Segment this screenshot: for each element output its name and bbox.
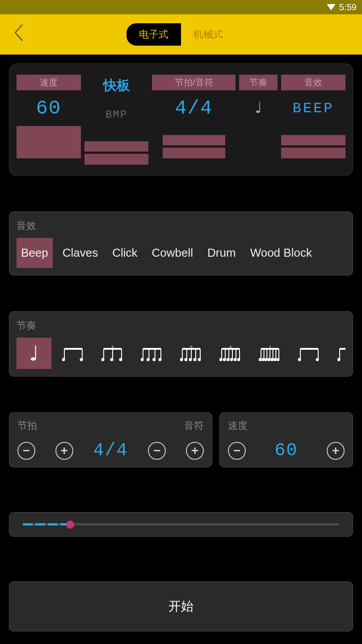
- back-button[interactable]: [13, 23, 24, 47]
- rhythm-item-quintuplet[interactable]: 5: [174, 338, 209, 369]
- svg-point-60: [274, 358, 277, 361]
- sound-item-click[interactable]: Click: [108, 238, 142, 268]
- tempo-minus-button[interactable]: −: [228, 442, 246, 460]
- rhythm-item-sixteenth[interactable]: [135, 338, 169, 369]
- status-bar: 5:59: [0, 0, 362, 14]
- svg-point-38: [223, 358, 226, 361]
- rhythm-list: ♩3567♪: [17, 338, 345, 369]
- tempo-control-label: 速度: [228, 419, 248, 432]
- display-sound-col: 音效 BEEP: [281, 75, 345, 165]
- sound-list: BeepClavesClickCowbellDrumWood Block: [17, 238, 345, 268]
- svg-point-9: [110, 358, 114, 361]
- sound-section-title: 音效: [17, 219, 345, 233]
- display-beat-col: 节拍/音符 4/4: [152, 75, 236, 165]
- slider-track: [23, 523, 339, 525]
- display-beat-label: 节拍/音符: [152, 75, 236, 90]
- content: 速度 60 快板 BMP 节拍/音符 4/4 节奏 ♩ 音效 BEEP: [0, 55, 362, 640]
- svg-point-42: [230, 358, 233, 361]
- rhythm-item-sync-eighth[interactable]: [331, 338, 345, 369]
- display-tempo-name: 快板: [84, 75, 149, 97]
- display-bpm-label: BMP: [105, 101, 127, 128]
- display-tempo-button[interactable]: [17, 126, 81, 158]
- svg-point-30: [194, 358, 197, 361]
- display-tempo-col: 速度 60: [17, 75, 81, 165]
- note-plus-button[interactable]: +: [186, 442, 204, 460]
- note-label: 音符: [184, 419, 204, 432]
- sound-item-claves[interactable]: Claves: [58, 238, 102, 268]
- svg-text:3: 3: [112, 345, 114, 349]
- beat-control-box: 节拍 音符 − + 4/4 − +: [9, 412, 212, 467]
- wifi-icon: [327, 4, 336, 10]
- display-beat-value: 4/4: [175, 95, 213, 122]
- svg-text:7: 7: [269, 345, 271, 349]
- display-tempo-label: 速度: [17, 75, 81, 90]
- header: 电子式 机械式: [0, 14, 362, 55]
- svg-point-40: [227, 358, 230, 361]
- beat-label: 节拍: [17, 419, 37, 432]
- svg-point-28: [189, 358, 192, 361]
- beat-plus-button[interactable]: +: [55, 442, 73, 460]
- svg-point-62: [277, 358, 280, 361]
- start-button[interactable]: 开始: [9, 581, 353, 631]
- svg-text:6: 6: [230, 345, 232, 349]
- sound-item-drum[interactable]: Drum: [203, 238, 240, 268]
- mode-electronic[interactable]: 电子式: [126, 23, 181, 46]
- display-rhythm-col: 节奏 ♩: [239, 75, 278, 165]
- display-sound-label: 音效: [281, 75, 345, 90]
- svg-point-19: [152, 358, 156, 361]
- svg-point-68: [316, 358, 319, 361]
- svg-point-46: [237, 358, 240, 361]
- mode-toggle: 电子式 机械式: [126, 23, 236, 46]
- display-tempo-value: 60: [36, 95, 61, 122]
- controls-row: 节拍 音符 − + 4/4 − + 速度 − 60 +: [9, 412, 353, 467]
- display-temponame-col: 快板 BMP: [84, 75, 149, 165]
- rhythm-item-triplet[interactable]: 3: [95, 338, 130, 369]
- rhythm-section: 节奏 ♩3567♪: [9, 311, 353, 377]
- status-time: 5:59: [339, 2, 357, 13]
- rhythm-item-dotted-eighth[interactable]: [292, 338, 327, 369]
- note-minus-button[interactable]: −: [148, 442, 166, 460]
- slider-fill: [23, 523, 70, 525]
- svg-point-21: [159, 358, 162, 361]
- svg-point-56: [268, 358, 271, 361]
- sound-item-beep[interactable]: Beep: [17, 238, 53, 268]
- tempo-slider[interactable]: [9, 512, 353, 537]
- quarter-note-icon: ♩: [253, 95, 264, 122]
- svg-point-4: [80, 358, 83, 361]
- display-bpm-button[interactable]: [84, 132, 149, 165]
- rhythm-item-septuplet[interactable]: 7: [253, 338, 287, 369]
- rhythm-item-sextuplet[interactable]: 6: [213, 338, 248, 369]
- sound-item-wood-block[interactable]: Wood Block: [246, 238, 316, 268]
- svg-point-52: [261, 358, 265, 361]
- display-sound-value: BEEP: [293, 95, 334, 122]
- rhythm-section-title: 节奏: [17, 319, 345, 332]
- rhythm-item-quarter[interactable]: ♩: [17, 338, 51, 369]
- mode-mechanical[interactable]: 机械式: [181, 23, 236, 46]
- beat-minus-button[interactable]: −: [17, 442, 35, 460]
- tempo-plus-button[interactable]: +: [327, 442, 345, 460]
- rhythm-item-eighth-pair[interactable]: [56, 338, 91, 369]
- svg-point-32: [198, 358, 201, 361]
- display-rhythm-label: 节奏: [239, 75, 278, 90]
- svg-text:5: 5: [190, 345, 193, 349]
- svg-point-58: [270, 358, 274, 361]
- svg-point-44: [234, 358, 237, 361]
- display-beat-button[interactable]: [163, 126, 225, 158]
- svg-point-11: [119, 358, 122, 361]
- sound-section: 音效 BeepClavesClickCowbellDrumWood Block: [9, 212, 353, 275]
- display-panel: 速度 60 快板 BMP 节拍/音符 4/4 节奏 ♩ 音效 BEEP: [9, 64, 353, 176]
- beat-control-value: 4/4: [93, 441, 128, 461]
- svg-point-54: [265, 358, 268, 361]
- tempo-control-box: 速度 − 60 +: [219, 412, 353, 467]
- sound-item-cowbell[interactable]: Cowbell: [147, 238, 198, 268]
- svg-point-26: [185, 358, 188, 361]
- svg-point-17: [147, 358, 150, 361]
- display-sound-button[interactable]: [281, 126, 345, 158]
- tempo-control-value: 60: [275, 441, 298, 461]
- slider-thumb[interactable]: [66, 521, 74, 529]
